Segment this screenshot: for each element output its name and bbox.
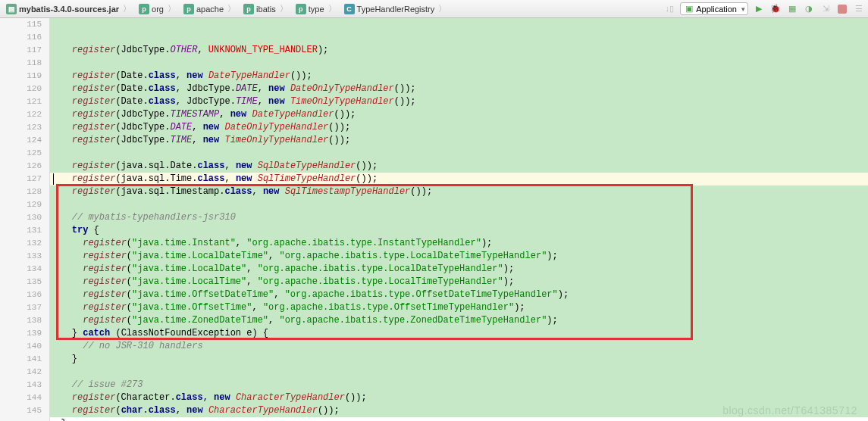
breadcrumb-jar[interactable]: ▤ mybatis-3.4.0-sources.jar 〉: [3, 2, 134, 15]
chevron-right-icon: 〉: [328, 3, 337, 14]
line-number: 143: [0, 379, 42, 391]
code-line: }: [50, 417, 868, 421]
code-line: // mybatis-typehandlers-jsr310: [50, 211, 868, 224]
package-icon: p: [243, 4, 254, 14]
code-line: register(JdbcType.DATE, new DateOnlyType…: [50, 121, 868, 134]
class-icon: C: [344, 4, 355, 14]
chevron-right-icon: 〉: [280, 3, 288, 14]
code-line: register("java.time.Instant", "org.apach…: [50, 237, 868, 250]
breadcrumb-class[interactable]: C TypeHandlerRegistry 〉: [341, 2, 450, 15]
line-number: 134: [0, 263, 42, 276]
code-line: register("java.time.LocalTime", "org.apa…: [50, 276, 868, 288]
profile-button[interactable]: ◑: [803, 3, 815, 15]
line-number: 141: [0, 353, 42, 366]
code-line: register(java.sql.Date.class, new SqlDat…: [50, 160, 868, 173]
code-line: register(java.sql.Timestamp.class, new S…: [50, 186, 868, 198]
line-number: 135: [0, 276, 42, 288]
line-number: 136: [0, 288, 42, 301]
line-number: 116: [0, 31, 42, 44]
code-line: register(Date.class, JdbcType.TIME, new …: [50, 95, 868, 108]
code-editor[interactable]: 1151161171181191201211221231241251261271…: [0, 18, 868, 421]
breadcrumb-label: type: [309, 5, 324, 14]
line-number: 118: [0, 57, 42, 70]
line-number: 123: [0, 121, 42, 134]
line-number: 137: [0, 301, 42, 314]
run-button[interactable]: ▶: [753, 3, 765, 15]
code-line: }: [50, 353, 868, 366]
code-line: register("java.time.LocalDateTime", "org…: [50, 250, 868, 263]
code-line: [50, 366, 868, 379]
coverage-button[interactable]: ▦: [786, 3, 798, 15]
stop-icon: [838, 5, 847, 14]
code-line: register(Character.class, new CharacterT…: [50, 391, 868, 404]
package-icon: p: [296, 4, 306, 14]
line-number: 144: [0, 391, 42, 404]
line-number: 115: [0, 18, 42, 31]
line-number: 133: [0, 250, 42, 263]
code-line: // issue #273: [50, 379, 868, 391]
line-number: 125: [0, 147, 42, 160]
chevron-right-icon: 〉: [123, 3, 131, 14]
code-area[interactable]: register(JdbcType.OTHER, UNKNOWN_TYPE_HA…: [50, 18, 868, 421]
breadcrumb-label: apache: [196, 5, 224, 14]
breadcrumb-label: mybatis-3.4.0-sources.jar: [19, 5, 119, 14]
caret: [53, 173, 54, 185]
run-configuration-select[interactable]: ▣ Application: [680, 2, 748, 15]
line-number: 140: [0, 340, 42, 353]
line-number: 142: [0, 366, 42, 379]
code-line: [50, 198, 868, 211]
code-line: register("java.time.OffsetTime", "org.ap…: [50, 301, 868, 314]
line-number: 124: [0, 134, 42, 147]
stop-button[interactable]: [836, 3, 848, 15]
breadcrumb-label: org: [152, 5, 164, 14]
code-line: // no JSR-310 handlers: [50, 340, 868, 353]
breadcrumb-pkg-type[interactable]: p type 〉: [293, 2, 340, 15]
breadcrumb-label: TypeHandlerRegistry: [357, 5, 435, 14]
line-number: 128: [0, 186, 42, 198]
code-line: [50, 57, 868, 70]
search-everywhere-button[interactable]: ☰: [853, 3, 865, 15]
line-number: 119: [0, 70, 42, 83]
build-icon[interactable]: ↓▯: [663, 3, 675, 15]
breadcrumb-pkg-org[interactable]: p org 〉: [136, 2, 179, 15]
application-icon: ▣: [685, 4, 693, 14]
code-line: [50, 147, 868, 160]
breadcrumb-pkg-ibatis[interactable]: p ibatis 〉: [240, 2, 291, 15]
code-line: } catch (ClassNotFoundException e) {: [50, 327, 868, 340]
jar-icon: ▤: [6, 4, 17, 14]
code-line: register("java.time.ZonedDateTime", "org…: [50, 314, 868, 327]
chevron-right-icon: 〉: [168, 3, 176, 14]
line-number: 129: [0, 198, 42, 211]
line-number: 121: [0, 95, 42, 108]
line-number: 131: [0, 224, 42, 237]
chevron-right-icon: 〉: [227, 3, 236, 14]
line-number: 145: [0, 404, 42, 417]
watermark-text: blog.csdn.net/T641385712: [722, 404, 857, 416]
package-icon: p: [183, 4, 194, 14]
chevron-right-icon: 〉: [438, 3, 447, 14]
code-line: register(Date.class, new DateTypeHandler…: [50, 70, 868, 83]
code-line: register("java.time.OffsetDateTime", "or…: [50, 288, 868, 301]
line-number: 132: [0, 237, 42, 250]
code-line: try {: [50, 224, 868, 237]
line-number: 126: [0, 160, 42, 173]
attach-button[interactable]: ⇲: [819, 3, 832, 15]
debug-button[interactable]: 🐞: [769, 3, 782, 15]
breadcrumb: ▤ mybatis-3.4.0-sources.jar 〉 p org 〉 p …: [3, 2, 450, 15]
line-number: 117: [0, 44, 42, 57]
line-number: 138: [0, 314, 42, 327]
run-config-label: Application: [696, 5, 737, 14]
code-line: register(JdbcType.OTHER, UNKNOWN_TYPE_HA…: [50, 44, 868, 57]
line-number: 130: [0, 211, 42, 224]
code-line: register("java.time.LocalDate", "org.apa…: [50, 263, 868, 276]
line-number: 122: [0, 108, 42, 121]
line-number: 139: [0, 327, 42, 340]
line-number: 127: [0, 173, 42, 186]
code-line: register(Date.class, JdbcType.DATE, new …: [50, 83, 868, 95]
code-line: register(java.sql.Time.class, new SqlTim…: [50, 173, 868, 186]
breadcrumb-pkg-apache[interactable]: p apache 〉: [180, 2, 239, 15]
breadcrumb-label: ibatis: [256, 5, 276, 14]
line-number: 120: [0, 83, 42, 95]
code-line: register(JdbcType.TIME, new TimeOnlyType…: [50, 134, 868, 147]
code-line: register(JdbcType.TIMESTAMP, new DateTyp…: [50, 108, 868, 121]
